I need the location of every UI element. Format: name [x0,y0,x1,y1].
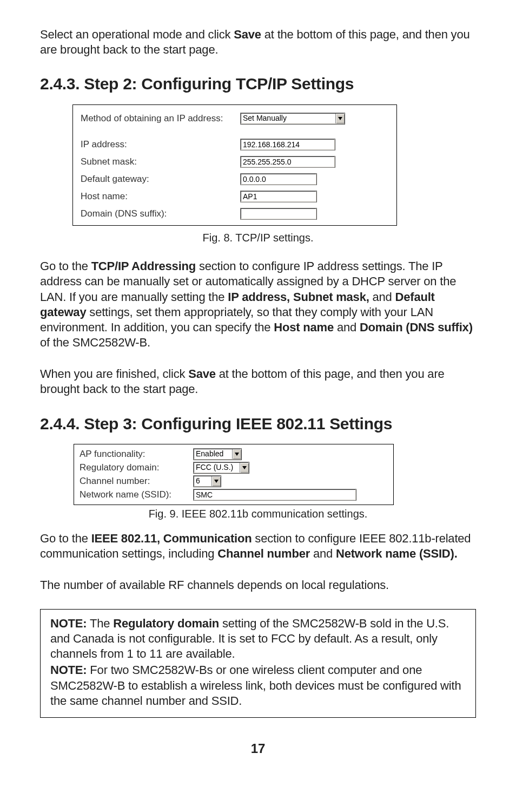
ieee-b1: IEEE 802.11, Communication [91,532,252,545]
fig9-panel: AP functionality: Enabled Regulatory dom… [74,444,394,505]
page-number: 17 [40,741,476,757]
ieee-p1: Go to the [40,532,91,545]
tcpip-p6: of the SMC2582W-B. [40,336,150,349]
ip-address-label: IP address: [81,139,240,150]
note-box: NOTE: The Regulatory domain setting of t… [40,609,476,718]
tcpip-b5: Domain (DNS suffix) [360,320,473,334]
heading-2-4-4: 2.4.4. Step 3: Configuring IEEE 802.11 S… [40,414,476,434]
subnet-mask-input[interactable]: 255.255.255.0 [240,156,335,168]
ieee-paragraph: Go to the IEEE 802.11, Communication sec… [40,531,476,561]
subnet-mask-label: Subnet mask: [81,156,240,168]
chevron-down-icon [335,114,345,123]
ip-method-select[interactable]: Set Manually [240,113,345,125]
intro-save: Save [234,28,261,41]
channel-number-label: Channel number: [80,475,193,487]
ap-func-select[interactable]: Enabled [193,448,242,460]
tcpip-b1: TCP/IP Addressing [91,259,196,273]
svg-marker-0 [338,117,342,120]
host-name-label: Host name: [81,191,240,202]
note1-b1: Regulatory domain [113,617,219,630]
note1-t1: The [87,617,113,630]
tcpip-p3: and [369,290,395,304]
tcpip-b2: IP address, Subnet mask, [228,290,369,304]
save2-p1: When you are finished, click [40,367,188,381]
chevron-down-icon [240,463,249,473]
reg-domain-label: Regulatory domain: [80,462,193,474]
default-gateway-label: Default gateway: [81,173,240,185]
svg-marker-2 [242,466,247,469]
channel-number-select[interactable]: 6 [193,475,221,487]
fig8-caption: Fig. 8. TCP/IP settings. [40,231,476,245]
ip-method-label: Method of obtaining an IP address: [81,113,240,125]
ieee-b2: Channel number [217,547,310,560]
tcpip-p5: and [334,320,360,334]
tcpip-b4: Host name [274,320,334,334]
host-name-input[interactable]: AP1 [240,191,317,202]
chevron-down-icon [232,449,241,459]
tcpip-p1: Go to the [40,259,91,273]
channel-number-value: 6 [196,476,200,486]
heading-2-4-3: 2.4.3. Step 2: Configuring TCP/IP Settin… [40,74,476,94]
tcpip-paragraph: Go to the TCP/IP Addressing section to c… [40,259,476,350]
fig9-caption: Fig. 9. IEEE 802.11b communication setti… [40,507,476,521]
default-gateway-input[interactable]: 0.0.0.0 [240,173,317,185]
dns-suffix-label: Domain (DNS suffix): [81,208,240,220]
dns-suffix-input[interactable] [240,208,317,220]
ssid-input[interactable]: SMC [193,489,356,501]
note2-label: NOTE: [50,663,87,677]
svg-marker-3 [214,480,219,483]
ap-func-label: AP functionality: [80,448,193,460]
ieee-b3: Network name (SSID). [336,547,458,560]
ip-address-input[interactable]: 192.168.168.214 [240,139,335,150]
ieee-p3: and [310,547,336,560]
note1-label: NOTE: [50,617,87,630]
ap-func-value: Enabled [196,449,223,459]
save2-paragraph: When you are finished, click Save at the… [40,366,476,397]
reg-domain-select[interactable]: FCC (U.S.) [193,462,249,474]
save2-b1: Save [188,367,216,381]
ssid-label: Network name (SSID): [80,489,193,501]
rf-paragraph: The number of available RF channels depe… [40,578,476,593]
svg-marker-1 [235,453,239,456]
reg-domain-value: FCC (U.S.) [196,463,233,473]
intro-prefix: Select an operational mode and click [40,28,234,41]
intro-paragraph: Select an operational mode and click Sav… [40,27,476,57]
note2-t1: For two SMC2582W-Bs or one wireless clie… [50,663,461,707]
chevron-down-icon [211,476,221,486]
ip-method-value: Set Manually [243,114,287,123]
fig8-panel: Method of obtaining an IP address: Set M… [72,104,397,226]
